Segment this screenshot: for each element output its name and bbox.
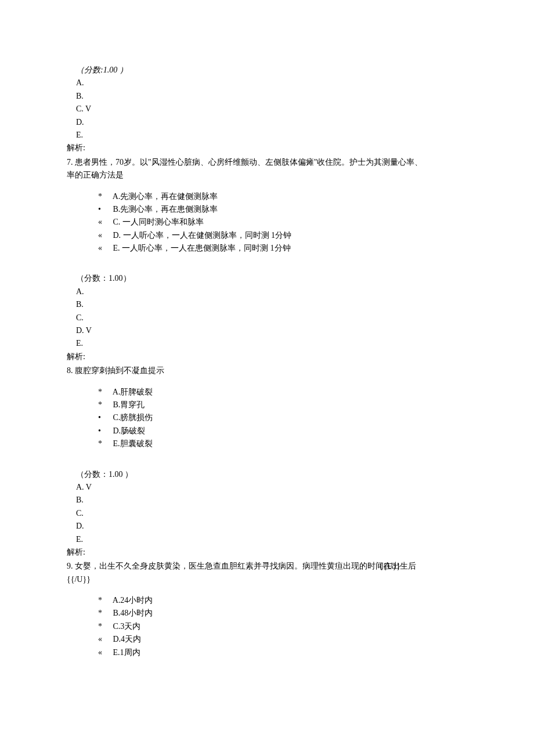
answer-option-c: C. V — [67, 103, 467, 115]
answer-option-e: E. — [67, 129, 467, 142]
question-number: 7. — [67, 158, 73, 167]
question-stem: 7. 患者男性，70岁。以"风湿性心脏病、心房纤维颤动、左侧肢体偏瘫"收住院。护… — [67, 156, 467, 169]
answer-option-d: D. V — [67, 324, 467, 337]
question-text: 女婴，出生不久全身皮肤黄染，医生急查血胆红素并寻找病因。病理性黄疸出现的时间在出… — [73, 562, 417, 570]
question-6-block: （分数:1.00 ） A. B. C. V D. E. 解析: — [67, 64, 467, 155]
answer-option-e: E. — [67, 533, 467, 546]
answer-option-a: A. V — [67, 481, 467, 494]
option-d: • D.肠破裂 — [98, 425, 467, 437]
score-line: （分数：1.00） — [67, 272, 467, 285]
option-d: « D.4天内 — [98, 633, 467, 646]
option-a: * A.先测心率，再在健侧测脉率 — [98, 190, 467, 203]
answer-option-b: B. — [67, 298, 467, 311]
question-number: 8. — [67, 366, 73, 375]
option-c: « C. 一人同时测心率和脉率 — [98, 216, 467, 229]
answer-option-b: B. — [67, 494, 467, 507]
option-list: * A.24小时内 * B.48小时内 * C.3天内 « D.4天内 « E.… — [67, 594, 467, 659]
analysis-label: 解析: — [67, 350, 467, 363]
underline-close-placeholder: {{/U}} — [67, 573, 467, 586]
document-page: （分数:1.00 ） A. B. C. V D. E. 解析: 7. 患者男性，… — [0, 0, 534, 756]
option-c: • C.膀胱损伤 — [98, 411, 467, 424]
question-8-block: 8. 腹腔穿刺抽到不凝血提示 * A.肝脾破裂 * B.胃穿孔 • C.膀胱损伤… — [67, 364, 467, 559]
analysis-label: 解析: — [67, 142, 467, 154]
question-stem: 8. 腹腔穿刺抽到不凝血提示 — [67, 364, 467, 377]
option-list: * A.肝脾破裂 * B.胃穿孔 • C.膀胱损伤 • D.肠破裂 * E.胆囊… — [67, 386, 467, 451]
question-text: 腹腔穿刺抽到不凝血提示 — [73, 366, 165, 375]
question-number: 9. — [67, 562, 73, 570]
option-e: * E.胆囊破裂 — [98, 437, 467, 450]
analysis-label: 解析: — [67, 546, 467, 559]
option-a: * A.肝脾破裂 — [98, 386, 467, 399]
answer-option-d: D. — [67, 116, 467, 129]
question-text: 患者男性，70岁。以"风湿性心脏病、心房纤维颤动、左侧肢体偏瘫"收住院。护士为其… — [73, 158, 423, 167]
option-b: • B.先测心率，再在患侧测脉率 — [98, 203, 467, 216]
option-d: « D. 一人听心率，一人在健侧测脉率，同时测 1分钟 — [98, 229, 467, 242]
option-e: « E. 一人听心率，一人在患侧测脉率，同时测 1分钟 — [98, 242, 467, 255]
option-b: * B.胃穿孔 — [98, 399, 467, 411]
question-stem: 9. 女婴，出生不久全身皮肤黄染，医生急查血胆红素并寻找病因。病理性黄疸出现的时… — [67, 560, 467, 573]
answer-option-d: D. — [67, 520, 467, 533]
score-line: （分数:1.00 ） — [67, 64, 467, 77]
answer-option-c: C. — [67, 312, 467, 324]
answer-option-a: A. — [67, 285, 467, 298]
question-stem-line2: 率的正确方法是 — [67, 169, 467, 182]
question-7-block: 7. 患者男性，70岁。以"风湿性心脏病、心房纤维颤动、左侧肢体偏瘫"收住院。护… — [67, 156, 467, 363]
question-9-block: 9. 女婴，出生不久全身皮肤黄染，医生急查血胆红素并寻找病因。病理性黄疸出现的时… — [67, 560, 467, 659]
answer-option-b: B. — [67, 90, 467, 103]
option-a: * A.24小时内 — [98, 594, 467, 607]
score-line: （分数：1.00 ） — [67, 468, 467, 481]
underline-open-placeholder: {{U}} — [379, 560, 400, 573]
answer-option-a: A. — [67, 77, 467, 89]
answer-option-e: E. — [67, 337, 467, 350]
option-b: * B.48小时内 — [98, 607, 467, 620]
option-list: * A.先测心率，再在健侧测脉率 • B.先测心率，再在患侧测脉率 « C. 一… — [67, 190, 467, 255]
option-c: * C.3天内 — [98, 620, 467, 633]
option-e: « E.1周内 — [98, 646, 467, 659]
answer-option-c: C. — [67, 507, 467, 520]
